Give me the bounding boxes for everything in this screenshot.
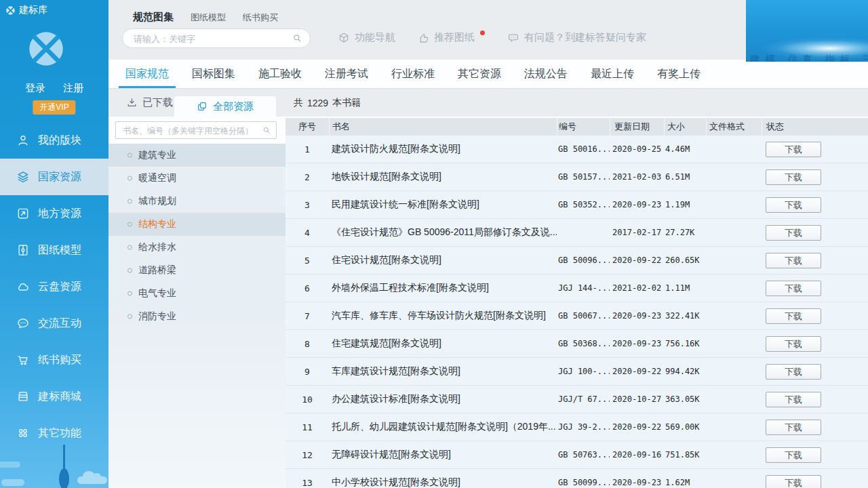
- keyword-search-input[interactable]: [132, 30, 287, 47]
- top-nav-item[interactable]: 图纸模型: [191, 12, 226, 24]
- bullet-icon: [127, 222, 132, 227]
- book-title[interactable]: 地铁设计规范[附条文说明]: [329, 171, 557, 183]
- resource-tab[interactable]: 施工验收: [247, 60, 313, 88]
- ask-expert-link[interactable]: 有问题？到建标答疑问专家: [507, 31, 646, 44]
- sidebar-item[interactable]: 图纸模型: [0, 232, 108, 268]
- keyword-search-box[interactable]: [122, 28, 311, 48]
- book-title[interactable]: 住宅建筑规范[附条文说明]: [329, 338, 557, 350]
- category-item[interactable]: 结构专业: [108, 213, 285, 236]
- download-button[interactable]: 下载: [766, 169, 821, 185]
- app-logo-icon: [28, 30, 64, 67]
- sidebar-item[interactable]: 云盘资源: [0, 268, 108, 305]
- recommend-drawings-link[interactable]: 推荐图纸: [417, 31, 485, 44]
- all-resources-tab[interactable]: 全部资源: [174, 96, 276, 117]
- toolbar: 已下载 全部资源 共1229本书籍: [108, 89, 868, 117]
- category-item[interactable]: 电气专业: [108, 282, 285, 305]
- book-title[interactable]: 《住宅设计规范》GB 50096-2011局部修订条文及说...: [329, 226, 557, 239]
- book-code: GB 50016...: [557, 144, 610, 154]
- register-link[interactable]: 注册: [63, 82, 83, 95]
- category-item[interactable]: 暖通空调: [108, 167, 285, 190]
- sidebar-item[interactable]: 其它功能: [0, 415, 108, 451]
- sidebar-item[interactable]: 交流互动: [0, 305, 108, 342]
- book-title[interactable]: 托儿所、幼儿园建筑设计规范[附条文说明]（2019年...: [329, 421, 557, 433]
- book-search-box[interactable]: [115, 121, 277, 139]
- category-item[interactable]: 城市规划: [108, 190, 285, 213]
- book-title[interactable]: 无障碍设计规范[附条文说明]: [329, 449, 557, 461]
- cloud-icon: [1, 479, 24, 486]
- category-item[interactable]: 建筑专业: [108, 144, 285, 167]
- resource-tab[interactable]: 国标图集: [180, 60, 247, 88]
- status-cell: 下载: [762, 475, 868, 488]
- download-button[interactable]: 下载: [766, 197, 821, 213]
- download-button[interactable]: 下载: [766, 364, 821, 380]
- sidebar-item-label: 建标商城: [38, 390, 81, 404]
- content-area: 建筑专业 暖通空调 城市规划: [108, 117, 868, 488]
- book-title[interactable]: 车库建筑设计规范[附条文说明]: [329, 365, 557, 378]
- book-title[interactable]: 建筑设计防火规范[附条文说明]: [329, 143, 557, 155]
- sidebar-item-label: 交流互动: [38, 317, 81, 331]
- category-item[interactable]: 给水排水: [108, 236, 285, 259]
- category-item[interactable]: 消防专业: [108, 305, 285, 328]
- brand-name: 建标库: [19, 4, 47, 16]
- download-button[interactable]: 下载: [766, 420, 821, 435]
- book-title[interactable]: 住宅设计规范[附条文说明]: [329, 254, 557, 266]
- sidebar-item[interactable]: 纸书购买: [0, 342, 108, 378]
- book-title[interactable]: 办公建筑设计标准[附条文说明]: [329, 393, 557, 405]
- book-title[interactable]: 民用建筑设计统一标准[附条文说明]: [329, 199, 557, 211]
- sidebar-item[interactable]: 建标商城: [0, 378, 108, 415]
- bullet-icon: [127, 153, 132, 158]
- downloaded-tab[interactable]: 已下载: [126, 89, 173, 117]
- book-search-input[interactable]: [121, 123, 260, 138]
- download-button[interactable]: 下载: [766, 308, 821, 324]
- file-size: 322.41K: [664, 311, 706, 321]
- search-icon[interactable]: [262, 125, 271, 135]
- sidebar-item-label: 纸书购买: [38, 353, 81, 367]
- book-title[interactable]: 汽车库、修车库、停车场设计防火规范[附条文说明]: [329, 310, 557, 322]
- resource-tab[interactable]: 其它资源: [446, 60, 513, 88]
- resource-tab[interactable]: 最近上传: [579, 60, 646, 88]
- status-cell: 下载: [762, 336, 868, 352]
- download-button[interactable]: 下载: [766, 336, 821, 352]
- top-nav-item[interactable]: 规范图集: [133, 11, 174, 24]
- top-nav-item[interactable]: 纸书购买: [243, 12, 278, 24]
- resource-tab[interactable]: 国家规范: [114, 60, 180, 88]
- resource-tab[interactable]: 法规公告: [513, 60, 579, 88]
- row-number: 4: [285, 228, 329, 238]
- file-size: 4.46M: [664, 144, 706, 154]
- book-code: GB 50368...: [557, 339, 610, 348]
- update-date: 2020-09-22: [610, 256, 664, 265]
- feature-nav-link[interactable]: 功能导航: [338, 31, 395, 44]
- search-icon[interactable]: [292, 33, 302, 43]
- row-number: 7: [285, 311, 329, 321]
- status-cell: 下载: [762, 169, 868, 185]
- resource-tab[interactable]: 注册考试: [313, 60, 380, 88]
- sidebar-item[interactable]: 地方资源: [0, 195, 108, 232]
- book-code: GB 50352...: [557, 200, 610, 209]
- promo-banner[interactable]: 建模 仿真 指标 三维: [746, 0, 868, 62]
- resource-tab[interactable]: 行业标准: [380, 60, 446, 88]
- sidebar-item[interactable]: 我的版块: [0, 122, 108, 159]
- book-title[interactable]: 外墙外保温工程技术标准[附条文说明]: [329, 282, 557, 294]
- download-button[interactable]: 下载: [766, 253, 821, 268]
- sidebar-item[interactable]: 国家资源: [0, 159, 108, 195]
- download-button[interactable]: 下载: [766, 475, 821, 488]
- vip-button[interactable]: 开通VIP: [33, 100, 75, 115]
- login-link[interactable]: 登录: [25, 82, 45, 95]
- blueprint-icon: [16, 243, 30, 257]
- column-header: 大小: [664, 118, 706, 136]
- brand[interactable]: 建标库: [5, 4, 47, 16]
- download-button[interactable]: 下载: [766, 447, 821, 463]
- table-row: 10 办公建筑设计标准[附条文说明] JGJ/T 67... 2020-10-2…: [285, 386, 868, 413]
- download-button[interactable]: 下载: [766, 225, 821, 241]
- resource-tab[interactable]: 有奖上传: [646, 60, 712, 88]
- column-header: 更新日期: [610, 118, 664, 136]
- download-button[interactable]: 下载: [766, 281, 821, 296]
- book-title[interactable]: 中小学校设计规范[附条文说明]: [329, 476, 557, 488]
- download-button[interactable]: 下载: [766, 142, 821, 157]
- table-row: 2 地铁设计规范[附条文说明] GB 50157... 2021-02-03 6…: [285, 163, 868, 191]
- category-list: 建筑专业 暖通空调 城市规划: [108, 144, 285, 328]
- download-button[interactable]: 下载: [766, 392, 821, 407]
- category-item[interactable]: 道路桥梁: [108, 259, 285, 282]
- file-size: 756.16K: [664, 339, 706, 348]
- resource-tabs: 国家规范 国标图集 施工验收 注册考试 行业标准: [108, 60, 868, 89]
